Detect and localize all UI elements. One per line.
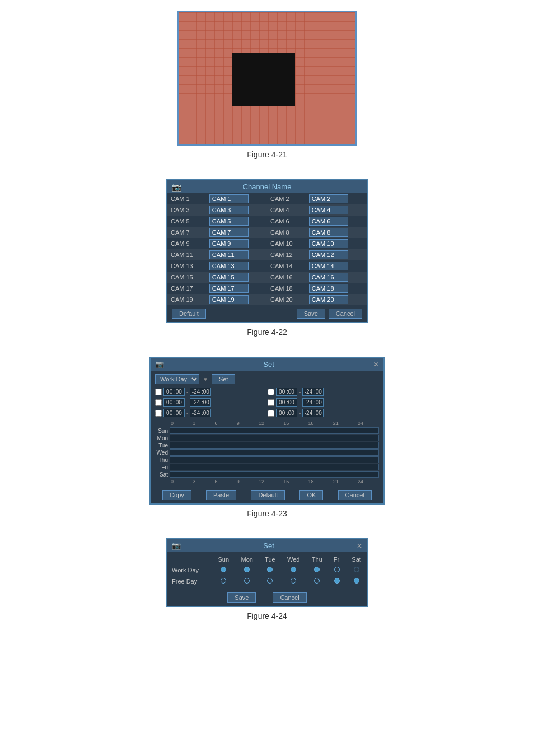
time-checkbox-1[interactable] [268,389,274,395]
time-checkbox-2[interactable] [155,399,162,406]
cancel-button-23[interactable]: Cancel [338,490,372,500]
time-start-0[interactable] [163,388,185,396]
radio-filled-icon[interactable] [221,567,226,572]
cam-input-cell[interactable] [206,294,267,305]
time-end-1[interactable] [302,388,324,396]
radio-empty-icon[interactable] [314,578,320,584]
cam-input[interactable] [209,239,249,248]
cam-input[interactable] [209,284,249,293]
cam-input2[interactable] [309,217,348,226]
chart-bar-tue[interactable] [170,442,379,449]
cam-input2[interactable] [309,228,348,237]
cam-input-cell2[interactable] [306,238,367,249]
cam-input2[interactable] [309,262,348,270]
cam-input-cell2[interactable] [306,272,367,283]
cam-input-cell[interactable] [206,193,267,204]
workday-radio-cell[interactable] [306,564,328,576]
workday-radio-cell[interactable] [328,564,346,576]
radio-empty-icon[interactable] [334,567,340,572]
time-start-1[interactable] [276,388,297,396]
workday-radio-cell[interactable] [259,564,281,576]
workday-radio-cell[interactable] [346,564,367,576]
set-btn-23[interactable]: Set [212,374,236,384]
time-checkbox-5[interactable] [268,410,274,417]
cam-input[interactable] [209,250,249,259]
time-end-5[interactable] [302,409,324,417]
default-button-23[interactable]: Default [251,490,285,500]
cam-input[interactable] [209,295,249,304]
radio-filled-icon[interactable] [291,567,296,572]
time-end-0[interactable] [190,388,211,396]
cam-input[interactable] [209,217,249,226]
chart-bar-sat[interactable] [170,471,379,478]
cam-input-cell[interactable] [206,238,267,249]
chart-bar-wed[interactable] [170,449,379,456]
cam-input-cell2[interactable] [306,216,367,227]
cam-input[interactable] [209,194,249,203]
chart-bar-sun[interactable] [170,427,379,434]
workday-radio-cell[interactable] [212,576,235,587]
radio-filled-icon[interactable] [354,578,359,584]
cancel-button[interactable]: Cancel [329,309,362,319]
close-icon-24[interactable]: ✕ [357,542,362,550]
cam-input-cell[interactable] [206,227,267,238]
time-start-4[interactable] [163,409,185,417]
paste-button[interactable]: Paste [206,490,236,500]
workday-radio-cell[interactable] [259,576,281,587]
time-checkbox-0[interactable] [155,389,162,395]
time-start-3[interactable] [276,398,297,407]
cam-input2[interactable] [309,284,348,293]
copy-button[interactable]: Copy [162,490,191,500]
cam-input-cell2[interactable] [306,249,367,260]
time-end-2[interactable] [190,398,211,407]
radio-filled-icon[interactable] [244,567,250,572]
cam-input[interactable] [209,273,249,282]
cam-input2[interactable] [309,239,348,248]
cam-input-cell[interactable] [206,260,267,272]
radio-empty-icon[interactable] [354,567,359,572]
cam-input2[interactable] [309,194,348,203]
workday-radio-cell[interactable] [346,576,367,587]
radio-empty-icon[interactable] [291,578,296,584]
radio-empty-icon[interactable] [221,578,226,584]
chart-bar-thu[interactable] [170,456,379,463]
time-checkbox-4[interactable] [155,410,162,417]
cam-input-cell2[interactable] [306,283,367,294]
workday-radio-cell[interactable] [235,576,259,587]
cam-input-cell[interactable] [206,249,267,260]
time-start-5[interactable] [276,409,297,417]
workday-radio-cell[interactable] [306,576,328,587]
workday-save-button[interactable]: Save [227,592,256,603]
cam-input2[interactable] [309,273,348,282]
cam-input-cell2[interactable] [306,193,367,204]
radio-empty-icon[interactable] [267,578,273,584]
workday-cancel-button[interactable]: Cancel [273,592,306,603]
workday-radio-cell[interactable] [212,564,235,576]
workday-dropdown[interactable]: Work Day Free Day [155,374,199,384]
cam-input-cell2[interactable] [306,204,367,216]
cam-input-cell2[interactable] [306,294,367,305]
workday-radio-cell[interactable] [281,576,306,587]
radio-filled-icon[interactable] [334,578,340,584]
radio-filled-icon[interactable] [314,567,320,572]
default-button[interactable]: Default [172,309,206,319]
time-checkbox-3[interactable] [268,399,274,406]
workday-radio-cell[interactable] [328,576,346,587]
cam-input[interactable] [209,228,249,237]
cam-input-cell[interactable] [206,204,267,216]
time-start-2[interactable] [163,398,185,407]
save-button[interactable]: Save [297,309,325,319]
cam-input-cell[interactable] [206,283,267,294]
cam-input-cell[interactable] [206,216,267,227]
cam-input-cell2[interactable] [306,260,367,272]
ok-button[interactable]: OK [299,490,323,500]
cam-input[interactable] [209,262,249,270]
cam-input2[interactable] [309,295,348,304]
cam-input2[interactable] [309,250,348,259]
cam-input2[interactable] [309,206,348,214]
cam-input[interactable] [209,206,249,214]
close-icon-23[interactable]: ✕ [373,361,379,368]
workday-radio-cell[interactable] [281,564,306,576]
cam-input-cell[interactable] [206,272,267,283]
cam-input-cell2[interactable] [306,227,367,238]
